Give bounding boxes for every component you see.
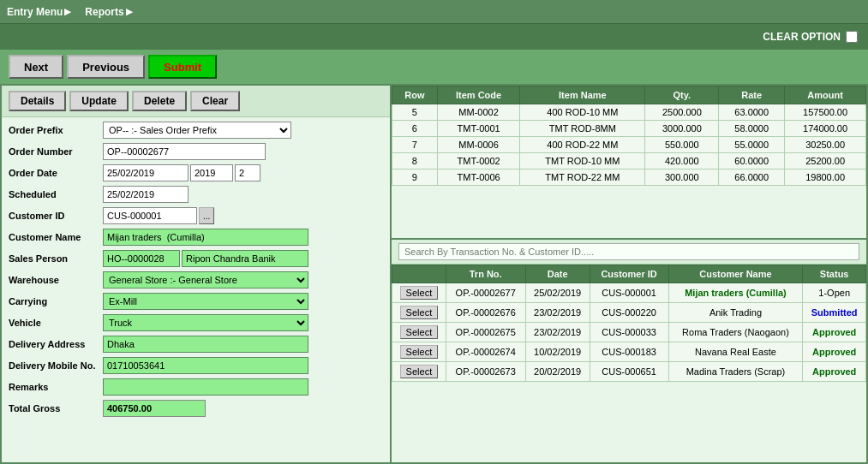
reports-menu-item[interactable]: Reports ▶ [85, 6, 132, 18]
delivery-address-input[interactable] [103, 336, 308, 353]
trn-cust-name: Mijan traders (Cumilla) [668, 283, 803, 303]
item-row-num: 8 [392, 153, 438, 170]
list-item: Select OP.-00002675 23/02/2019 CUS-00003… [392, 323, 866, 342]
list-item: Select OP.-00002677 25/02/2019 CUS-00000… [392, 283, 866, 303]
transactions-table: Trn No. Date Customer ID Customer Name S… [392, 265, 866, 382]
trn-col-trn: Trn No. [446, 265, 525, 283]
search-input[interactable] [398, 243, 859, 260]
sales-person-code-input[interactable] [103, 250, 180, 267]
select-button[interactable]: Select [400, 306, 439, 319]
scheduled-row: Scheduled [9, 185, 383, 204]
delivery-address-label: Delivery Address [9, 339, 103, 349]
customer-id-row: Customer ID ... [9, 206, 383, 225]
trn-cust-name: Roma Traders (Naogaon) [668, 323, 803, 342]
select-button[interactable]: Select [400, 286, 439, 300]
item-qty: 3000.000 [645, 121, 719, 137]
customer-name-row: Customer Name [9, 228, 383, 247]
item-rate: 55.0000 [719, 137, 785, 153]
trn-col-custid: Customer ID [590, 265, 668, 283]
sales-person-name-input[interactable] [182, 250, 308, 267]
order-number-input[interactable] [103, 143, 266, 160]
item-rate: 58.0000 [719, 121, 785, 137]
previous-button[interactable]: Previous [67, 55, 145, 79]
warehouse-select[interactable]: General Store :- General Store [103, 271, 308, 289]
list-item: Select OP.-00002673 20/02/2019 CUS-00065… [392, 362, 866, 382]
item-rate: 63.0000 [719, 104, 785, 121]
item-row-num: 9 [392, 170, 438, 186]
customer-name-input[interactable] [103, 229, 308, 246]
clear-option-checkbox[interactable] [846, 31, 858, 43]
trn-date: 23/02/2019 [525, 303, 590, 323]
order-date-input[interactable] [103, 164, 189, 181]
item-qty: 420.000 [645, 153, 719, 170]
scheduled-input[interactable] [103, 186, 189, 203]
item-amount: 25200.00 [785, 153, 866, 170]
item-code: TMT-0002 [437, 153, 520, 170]
transactions-container: Trn No. Date Customer ID Customer Name S… [392, 265, 866, 462]
customer-id-input[interactable] [103, 207, 197, 224]
entry-menu-item[interactable]: Entry Menu ▶ [7, 6, 71, 18]
warehouse-row: Warehouse General Store :- General Store [9, 271, 383, 289]
item-code: TMT-0001 [437, 121, 520, 137]
item-code: TMT-0006 [437, 170, 520, 186]
order-prefix-select[interactable]: OP-- :- Sales Order Prefix [103, 122, 291, 139]
main-content: Details Update Delete Clear Order Prefix… [0, 84, 868, 464]
clear-button[interactable]: Clear [190, 91, 240, 111]
carrying-select[interactable]: Ex-Mill [103, 293, 308, 310]
select-button[interactable]: Select [400, 365, 439, 378]
trn-date: 25/02/2019 [525, 283, 590, 303]
item-qty: 550.000 [645, 137, 719, 153]
table-row: 7 MM-0006 400 ROD-22 MM 550.000 55.0000 … [392, 137, 866, 153]
details-button[interactable]: Details [9, 91, 66, 111]
table-row: 5 MM-0002 400 ROD-10 MM 2500.000 63.0000… [392, 104, 866, 121]
delete-button[interactable]: Delete [132, 91, 187, 111]
delivery-mobile-label: Delivery Mobile No. [9, 360, 103, 371]
table-row: 9 TMT-0006 TMT ROD-22 MM 300.000 66.0000… [392, 170, 866, 186]
customer-browse-button[interactable]: ... [199, 207, 214, 224]
item-name: 400 ROD-10 MM [520, 104, 645, 121]
item-code: MM-0002 [437, 104, 520, 121]
remarks-input[interactable] [103, 378, 308, 396]
item-rate: 66.0000 [719, 170, 785, 186]
trn-number: OP.-00002677 [446, 283, 525, 303]
total-gross-label: Total Gross [9, 403, 103, 413]
right-panel: Row Item Code Item Name Qty. Rate Amount… [392, 86, 866, 462]
form-section: Order Prefix OP-- :- Sales Order Prefix … [2, 117, 390, 424]
item-row-num: 7 [392, 137, 438, 153]
item-qty: 2500.000 [645, 104, 719, 121]
delivery-mobile-input[interactable] [103, 357, 308, 374]
sales-person-label: Sales Person [9, 253, 103, 264]
left-panel: Details Update Delete Clear Order Prefix… [2, 86, 392, 462]
total-gross-input[interactable] [103, 400, 206, 417]
items-col-amount: Amount [785, 86, 866, 104]
trn-cust-name: Anik Trading [668, 303, 803, 323]
next-button[interactable]: Next [9, 55, 63, 79]
order-date-num-input[interactable] [235, 164, 260, 181]
item-name: TMT ROD-8MM [520, 121, 645, 137]
select-button[interactable]: Select [400, 325, 439, 339]
entry-menu-arrow: ▶ [64, 7, 71, 16]
vehicle-select[interactable]: Truck [103, 314, 308, 331]
trn-col-status: Status [803, 265, 866, 283]
menu-bar: Entry Menu ▶ Reports ▶ [0, 0, 868, 24]
items-col-name: Item Name [520, 86, 645, 104]
entry-menu-label: Entry Menu [7, 6, 63, 18]
trn-status: 1-Open [803, 283, 866, 303]
item-rate: 60.0000 [719, 153, 785, 170]
items-table-container: Row Item Code Item Name Qty. Rate Amount… [392, 86, 866, 240]
submit-button[interactable]: Submit [148, 55, 217, 79]
item-amount: 174000.00 [785, 121, 866, 137]
trn-col-custname: Customer Name [668, 265, 803, 283]
items-col-code: Item Code [437, 86, 520, 104]
scheduled-label: Scheduled [9, 189, 103, 199]
select-button[interactable]: Select [400, 345, 439, 359]
update-button[interactable]: Update [69, 91, 129, 111]
item-row-num: 5 [392, 104, 438, 121]
trn-cust-id: CUS-000033 [590, 323, 668, 342]
trn-number: OP.-00002676 [446, 303, 525, 323]
order-number-label: Order Number [9, 146, 103, 157]
items-col-row: Row [392, 86, 438, 104]
trn-col-select [392, 265, 446, 283]
order-date-year-input[interactable] [190, 164, 233, 181]
table-row: 8 TMT-0002 TMT ROD-10 MM 420.000 60.0000… [392, 153, 866, 170]
